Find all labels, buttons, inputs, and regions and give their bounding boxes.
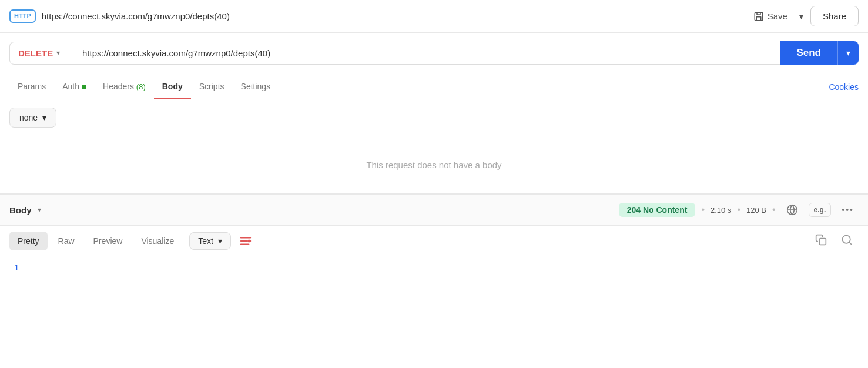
- url-input[interactable]: [74, 42, 780, 65]
- copy-button[interactable]: [809, 230, 833, 251]
- status-badge: 204 No Content: [619, 203, 696, 217]
- resp-tab-visualize[interactable]: Visualize: [133, 232, 182, 250]
- top-actions: Save ▾ Share: [749, 6, 859, 26]
- format-selector[interactable]: Text ▾: [189, 232, 231, 250]
- resp-tab-pretty[interactable]: Pretty: [9, 232, 48, 250]
- request-row: DELETE ▾ Send ▾: [0, 33, 868, 73]
- dot-separator-3: •: [772, 205, 776, 215]
- globe-icon: [786, 204, 798, 216]
- search-icon: [841, 234, 853, 246]
- method-label: DELETE: [18, 48, 53, 58]
- wrap-button[interactable]: [233, 231, 258, 251]
- cookies-link[interactable]: Cookies: [829, 74, 859, 99]
- format-chevron-icon: ▾: [218, 236, 222, 246]
- svg-rect-2: [756, 16, 761, 20]
- response-size: 120 B: [746, 206, 766, 215]
- none-selector[interactable]: none ▾: [9, 108, 56, 128]
- dot-separator-1: •: [701, 205, 705, 215]
- save-button[interactable]: Save: [749, 8, 792, 25]
- tab-auth[interactable]: Auth: [54, 73, 95, 99]
- tab-body[interactable]: Body: [154, 73, 191, 99]
- method-chevron-icon: ▾: [56, 49, 60, 57]
- line-number-1: 1: [9, 263, 19, 272]
- tab-scripts[interactable]: Scripts: [191, 73, 233, 99]
- more-options-icon: •••: [842, 205, 854, 215]
- format-label: Text: [198, 236, 213, 246]
- response-tabs-row: Pretty Raw Preview Visualize Text ▾: [0, 226, 868, 256]
- example-icon-button[interactable]: e.g.: [809, 203, 832, 217]
- body-type-row: none ▾: [0, 99, 868, 136]
- copy-icon: [815, 234, 827, 246]
- resp-tab-raw[interactable]: Raw: [50, 232, 83, 250]
- svg-rect-1: [757, 12, 760, 15]
- more-options-button[interactable]: •••: [837, 203, 859, 217]
- wrap-icon: [239, 235, 252, 247]
- response-header: Body ▾ 204 No Content • 2.10 s • 120 B •…: [0, 195, 868, 226]
- globe-icon-button[interactable]: [782, 202, 803, 218]
- search-button[interactable]: [835, 230, 859, 251]
- no-body-message: This request does not have a body: [0, 136, 868, 193]
- line-numbers: 1: [0, 263, 28, 272]
- save-icon: [753, 11, 764, 22]
- method-selector[interactable]: DELETE ▾: [9, 42, 74, 65]
- headers-count-badge: (8): [136, 82, 146, 91]
- none-label: none: [19, 113, 38, 122]
- save-chevron-button[interactable]: ▾: [797, 8, 806, 25]
- tab-params[interactable]: Params: [9, 73, 54, 99]
- svg-line-10: [849, 242, 852, 245]
- code-area: 1: [0, 256, 868, 279]
- request-tabs-row: Params Auth Headers (8) Body Scripts Set…: [0, 73, 868, 99]
- top-bar: HTTP https://connect.skyvia.com/g7mwznp0…: [0, 0, 868, 33]
- save-label: Save: [768, 11, 787, 21]
- response-chevron-icon[interactable]: ▾: [38, 206, 41, 214]
- response-section: Body ▾ 204 No Content • 2.10 s • 120 B •…: [0, 193, 868, 279]
- dot-separator-2: •: [737, 205, 740, 215]
- code-content: [28, 263, 868, 272]
- send-btn-group: Send ▾: [780, 41, 859, 65]
- http-badge: HTTP: [9, 9, 36, 23]
- share-button[interactable]: Share: [810, 6, 859, 26]
- svg-rect-8: [820, 239, 826, 245]
- none-chevron-icon: ▾: [42, 113, 46, 122]
- tab-headers[interactable]: Headers (8): [95, 73, 154, 99]
- resp-tab-preview[interactable]: Preview: [85, 232, 131, 250]
- tab-settings[interactable]: Settings: [233, 73, 279, 99]
- example-label: e.g.: [814, 206, 826, 214]
- response-body-label[interactable]: Body: [9, 205, 32, 215]
- top-url: https://connect.skyvia.com/g7mwznp0/dept…: [42, 11, 743, 21]
- response-time: 2.10 s: [711, 206, 731, 215]
- send-chevron-button[interactable]: ▾: [837, 41, 859, 65]
- auth-active-dot: [82, 85, 86, 89]
- send-button[interactable]: Send: [780, 41, 837, 65]
